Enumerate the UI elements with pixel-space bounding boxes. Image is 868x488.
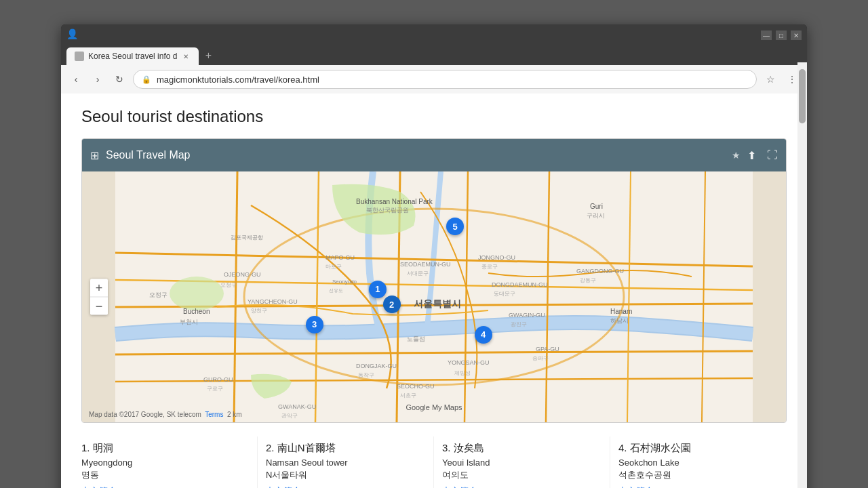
- svg-text:구리시: 구리시: [587, 212, 605, 219]
- share-icon[interactable]: ⬆: [747, 149, 756, 162]
- terms-link[interactable]: Terms: [205, 411, 223, 418]
- svg-text:구로구: 구로구: [207, 386, 223, 392]
- svg-text:GWAGIN-GU: GWAGIN-GU: [509, 312, 545, 319]
- bookmark-icon[interactable]: ☆: [762, 71, 778, 87]
- svg-text:노들섬: 노들섬: [407, 336, 425, 342]
- map-pin-4[interactable]: 4: [475, 326, 492, 344]
- page-title: Seoul tourist destinations: [81, 107, 787, 126]
- refresh-button[interactable]: ↻: [111, 71, 127, 87]
- svg-text:선유도: 선유도: [329, 288, 343, 293]
- svg-text:서울특별시: 서울특별시: [414, 298, 461, 309]
- map-header: ⊞ Seoul Travel Map ★ ⬆ ⛶: [82, 139, 786, 171]
- minimize-button[interactable]: —: [761, 30, 772, 40]
- map-area: 오정구 Bucheon 부천시 OJEONG-GU 오정구 YANGCHEON-…: [82, 171, 786, 422]
- svg-text:오정구: 오정구: [149, 291, 167, 298]
- svg-text:종로구: 종로구: [481, 264, 498, 270]
- scrollbar[interactable]: [797, 62, 807, 488]
- svg-text:강동구: 강동구: [580, 277, 596, 283]
- svg-text:부천시: 부천시: [180, 319, 198, 325]
- svg-text:하남시: 하남시: [610, 317, 629, 324]
- dest-2-chinese-link[interactable]: 中文簡介: [266, 485, 425, 488]
- new-tab-button[interactable]: +: [199, 46, 218, 65]
- active-tab[interactable]: Korea Seoul travel info d ✕: [66, 47, 199, 65]
- dest-1-romanized: Myeongdong: [81, 458, 249, 468]
- dest-1-korean: 명동: [81, 469, 249, 481]
- map-footer: Map data ©2017 Google, SK telecom Terms …: [89, 411, 242, 418]
- fullscreen-icon[interactable]: ⛶: [767, 149, 778, 162]
- map-pin-5[interactable]: 5: [446, 218, 464, 235]
- svg-text:DONGJAK-GU: DONGJAK-GU: [356, 363, 397, 369]
- svg-text:DONGDAEMUN-GU: DONGDAEMUN-GU: [492, 281, 548, 288]
- dest-4-chinese-link[interactable]: 中文簡介: [618, 485, 778, 488]
- window-controls: — □ ✕: [761, 30, 802, 40]
- dest-3-chinese-link[interactable]: 中文簡介: [442, 485, 601, 488]
- dest-1-chinese-link[interactable]: 中文簡介: [81, 485, 249, 488]
- forward-button[interactable]: ›: [90, 71, 106, 87]
- svg-text:오정구: 오정구: [220, 282, 237, 288]
- svg-text:Hanam: Hanam: [610, 308, 632, 315]
- map-zoom-controls: + −: [90, 279, 108, 315]
- tab-close-button[interactable]: ✕: [181, 52, 191, 61]
- back-button[interactable]: ‹: [68, 71, 84, 87]
- svg-text:SEODAEMUN-GU: SEODAEMUN-GU: [400, 261, 451, 268]
- svg-text:SEOCHO-GU: SEOCHO-GU: [397, 383, 435, 390]
- svg-text:GWANAK-GU: GWANAK-GU: [278, 403, 316, 410]
- svg-text:OJEONG-GU: OJEONG-GU: [224, 271, 261, 278]
- svg-text:JONGNO-GU: JONGNO-GU: [478, 254, 515, 261]
- svg-text:마포구: 마포구: [326, 264, 342, 270]
- address-bar[interactable]: 🔒 magicmonktutorials.com/travel/korea.ht…: [133, 70, 757, 89]
- svg-text:서대문구: 서대문구: [407, 270, 429, 277]
- url-text: magicmonktutorials.com/travel/korea.html: [157, 75, 748, 85]
- map-title: Seoul Travel Map: [106, 149, 725, 161]
- dest-4-romanized: Seokchon Lake: [618, 458, 778, 468]
- dest-1-title: 1. 明洞: [81, 442, 249, 455]
- destination-card-1: 1. 明洞 Myeongdong 명동 中文簡介 English descrip…: [81, 436, 258, 488]
- svg-text:GURO-GU: GURO-GU: [203, 376, 233, 383]
- address-bar-container: ‹ › ↻ 🔒 magicmonktutorials.com/travel/ko…: [61, 65, 807, 94]
- svg-text:북한산국립공원: 북한산국립공원: [366, 207, 409, 214]
- map-pin-3[interactable]: 3: [306, 316, 323, 333]
- dest-2-romanized: Namsan Seoul tower: [266, 458, 425, 468]
- dest-3-romanized: Yeoui Island: [442, 458, 601, 468]
- dest-4-title: 4. 石村湖水公園: [618, 442, 778, 455]
- page-content: Seoul tourist destinations ⊞ Seoul Trave…: [61, 94, 807, 488]
- svg-text:제빙성: 제빙성: [454, 370, 471, 376]
- titlebar: 👤 — □ ✕: [61, 24, 807, 46]
- map-pin-2[interactable]: 2: [383, 296, 401, 313]
- zoom-in-button[interactable]: +: [90, 279, 108, 297]
- zoom-out-button[interactable]: −: [90, 298, 108, 315]
- svg-text:Seonyudo: Seonyudo: [332, 279, 357, 285]
- svg-text:MAPO-GU: MAPO-GU: [326, 254, 355, 261]
- svg-text:GANGDONG-GU: GANGDONG-GU: [576, 268, 624, 274]
- svg-text:Bukhansan National Park: Bukhansan National Park: [356, 198, 433, 205]
- destinations-grid: 1. 明洞 Myeongdong 명동 中文簡介 English descrip…: [81, 436, 787, 488]
- map-container: ⊞ Seoul Travel Map ★ ⬆ ⛶: [81, 138, 787, 423]
- google-logo: Google My Maps: [406, 403, 462, 411]
- svg-text:Bucheon: Bucheon: [183, 308, 210, 315]
- dest-2-korean: N서울타워: [266, 469, 425, 481]
- svg-point-14: [170, 277, 224, 310]
- svg-text:동작구: 동작구: [358, 372, 374, 378]
- dest-3-title: 3. 汝矣島: [442, 442, 601, 455]
- tab-favicon: [75, 52, 84, 61]
- tab-title: Korea Seoul travel info d: [88, 52, 177, 61]
- svg-text:동대문구: 동대문구: [494, 291, 515, 297]
- map-pin-1[interactable]: 1: [369, 281, 387, 298]
- maximize-button[interactable]: □: [776, 30, 787, 40]
- svg-text:양천구: 양천구: [251, 308, 267, 314]
- svg-text:Guri: Guri: [590, 203, 603, 210]
- svg-text:광진구: 광진구: [511, 321, 527, 327]
- close-button[interactable]: ✕: [791, 30, 802, 40]
- svg-text:김포국제공항: 김포국제공항: [231, 235, 263, 241]
- dest-3-korean: 여의도: [442, 469, 601, 481]
- map-star-icon[interactable]: ★: [732, 150, 741, 161]
- svg-text:서초구: 서초구: [400, 392, 416, 399]
- scrollbar-thumb[interactable]: [799, 69, 806, 123]
- user-icon: 👤: [66, 28, 80, 42]
- dest-2-title: 2. 南山N首爾塔: [266, 442, 425, 455]
- svg-text:관악구: 관악구: [281, 413, 298, 419]
- map-actions: ⬆ ⛶: [747, 149, 778, 162]
- destination-card-2: 2. 南山N首爾塔 Namsan Seoul tower N서울타워 中文簡介 …: [258, 436, 434, 488]
- svg-text:송파구: 송파구: [532, 355, 549, 361]
- destination-card-4: 4. 石村湖水公園 Seokchon Lake 석촌호수공원 中文簡介 Engl…: [610, 436, 787, 488]
